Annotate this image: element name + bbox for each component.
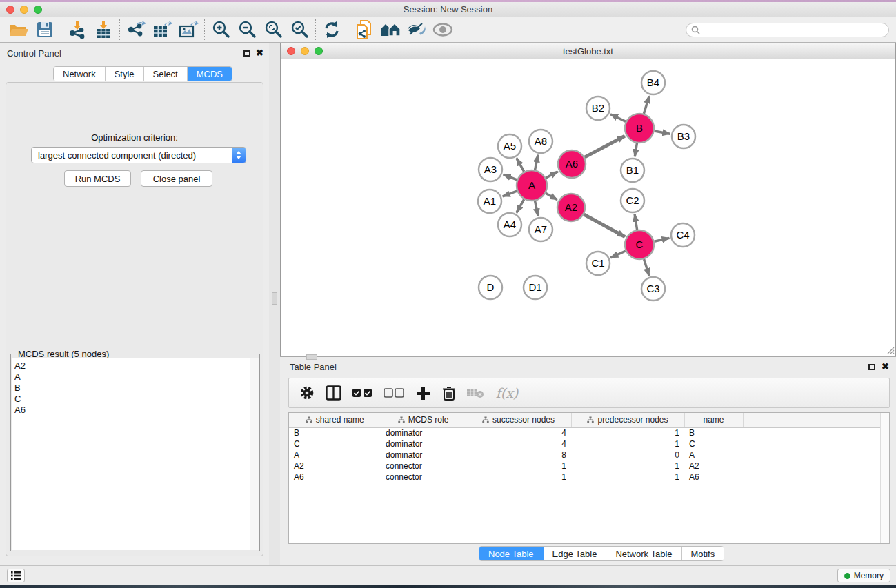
graph-edge[interactable] (546, 193, 557, 199)
zoom-in-button[interactable] (208, 18, 234, 41)
graph-edge[interactable] (635, 143, 637, 157)
add-row-button[interactable] (412, 381, 434, 405)
graph-edge[interactable] (655, 131, 670, 134)
network-canvas[interactable]: B4B2BB3A5A8A6A3B1AA1C2A2A4A7C4CC1C3DD1 (281, 60, 895, 356)
table-cell[interactable]: 1 (466, 460, 571, 472)
export-table-button[interactable] (149, 18, 175, 41)
graph-edge[interactable] (644, 96, 649, 114)
tab-network-table[interactable]: Network Table (606, 547, 681, 560)
table-settings-button[interactable] (296, 381, 318, 405)
mcds-result-scrollbar[interactable] (250, 358, 259, 550)
tab-mcds[interactable]: MCDS (188, 67, 232, 81)
memory-button[interactable]: Memory (837, 569, 890, 582)
table-row[interactable]: Adominator80A (289, 449, 889, 460)
splitter-grip[interactable] (272, 292, 277, 305)
network-graph[interactable]: B4B2BB3A5A8A6A3B1AA1C2A2A4A7C4CC1C3DD1 (281, 60, 895, 356)
mcds-result-item[interactable]: A6 (14, 405, 250, 416)
search-input[interactable] (686, 23, 889, 37)
save-session-button[interactable] (32, 18, 58, 41)
import-table-button[interactable] (90, 18, 117, 41)
table-cell[interactable]: 4 (466, 427, 571, 438)
hide-details-button[interactable] (430, 18, 456, 41)
criterion-select[interactable]: largest connected component (directed) (31, 147, 246, 163)
tab-node-table[interactable]: Node Table (479, 547, 544, 560)
run-mcds-button[interactable]: Run MCDS (64, 170, 131, 187)
graphics-details-button[interactable] (404, 18, 430, 41)
unselect-all-columns-button[interactable] (380, 381, 408, 405)
table-cell[interactable]: dominator (381, 438, 466, 449)
float-panel-icon[interactable] (243, 50, 250, 57)
close-panel-button[interactable]: Close panel (141, 170, 212, 187)
column-header[interactable]: MCDS role (381, 413, 466, 427)
mcds-result-item[interactable]: B (14, 383, 250, 394)
graph-edge[interactable] (517, 199, 524, 213)
mcds-result-item[interactable]: C (14, 394, 250, 405)
graph-edge[interactable] (644, 259, 649, 276)
table-cell[interactable]: B (684, 427, 743, 438)
mcds-result-item[interactable]: A2 (14, 361, 250, 372)
split-view-button[interactable] (322, 381, 344, 405)
table-row[interactable]: Bdominator41B (289, 427, 889, 438)
table-cell[interactable]: dominator (381, 449, 466, 460)
close-table-panel-icon[interactable]: ✖ (882, 363, 889, 370)
table-header-row[interactable]: shared nameMCDS rolesuccessor nodesprede… (289, 413, 889, 427)
table-cell[interactable]: 1 (571, 438, 684, 449)
graph-edge[interactable] (517, 158, 524, 172)
table-cell[interactable]: 1 (466, 472, 571, 483)
delete-table-button[interactable] (464, 381, 486, 405)
horizontal-splitter-grip[interactable] (306, 354, 317, 360)
network-window-titlebar[interactable]: testGlobe.txt (281, 43, 895, 59)
table-cell[interactable]: dominator (381, 427, 466, 438)
vertical-splitter[interactable] (269, 43, 280, 565)
table-cell[interactable]: 1 (571, 427, 684, 438)
table-cell[interactable]: A6 (684, 472, 743, 483)
graph-edge[interactable] (535, 201, 538, 216)
table-cell[interactable]: connector (381, 472, 466, 483)
tab-style[interactable]: Style (106, 67, 144, 81)
export-network-button[interactable] (123, 18, 149, 41)
mcds-result-list[interactable]: A2ABCA6 (12, 358, 250, 550)
graph-edge[interactable] (654, 238, 669, 241)
table-cell[interactable]: connector (381, 460, 466, 472)
graph-edge[interactable] (610, 251, 626, 258)
graph-edge[interactable] (610, 114, 626, 122)
table-cell[interactable]: A (289, 449, 381, 460)
graph-edge[interactable] (504, 174, 517, 180)
float-table-panel-icon[interactable] (868, 364, 875, 370)
column-header[interactable]: successor nodes (466, 413, 571, 427)
column-header[interactable]: shared name (289, 413, 381, 427)
open-session-button[interactable] (6, 18, 32, 41)
zoom-selected-button[interactable] (286, 18, 312, 41)
graph-edge[interactable] (635, 214, 637, 230)
graph-edge[interactable] (546, 172, 557, 178)
table-cell[interactable]: A (684, 449, 743, 460)
tab-motifs[interactable]: Motifs (682, 547, 724, 560)
mcds-result-item[interactable]: A (14, 372, 250, 383)
refresh-layout-button[interactable] (319, 18, 345, 41)
table-cell[interactable]: A2 (289, 460, 381, 472)
graph-edge[interactable] (585, 136, 625, 157)
import-network-button[interactable] (64, 18, 90, 41)
graph-edge[interactable] (584, 214, 624, 236)
table-cell[interactable]: 8 (466, 449, 571, 460)
table-cell[interactable]: 0 (571, 449, 684, 460)
table-cell[interactable]: C (289, 438, 381, 449)
close-panel-icon[interactable]: ✖ (256, 50, 263, 57)
table-cell[interactable]: C (684, 438, 743, 449)
table-cell[interactable]: 1 (571, 460, 684, 472)
graph-edge[interactable] (503, 191, 517, 196)
table-cell[interactable]: A6 (289, 472, 381, 483)
table-scrollbar[interactable] (880, 413, 889, 543)
table-cell[interactable]: 1 (571, 472, 684, 483)
task-history-button[interactable] (7, 569, 25, 582)
function-builder-button[interactable]: f(x) (490, 381, 524, 405)
zoom-out-button[interactable] (234, 18, 260, 41)
tab-select[interactable]: Select (144, 67, 188, 81)
table-row[interactable]: A2connector11A2 (289, 460, 889, 472)
graph-edge[interactable] (535, 155, 538, 170)
table-cell[interactable]: A2 (684, 460, 743, 472)
table-cell[interactable]: B (289, 427, 381, 438)
resize-grip-icon[interactable] (885, 345, 895, 354)
tab-network[interactable]: Network (54, 67, 106, 81)
home-button[interactable] (377, 18, 404, 41)
